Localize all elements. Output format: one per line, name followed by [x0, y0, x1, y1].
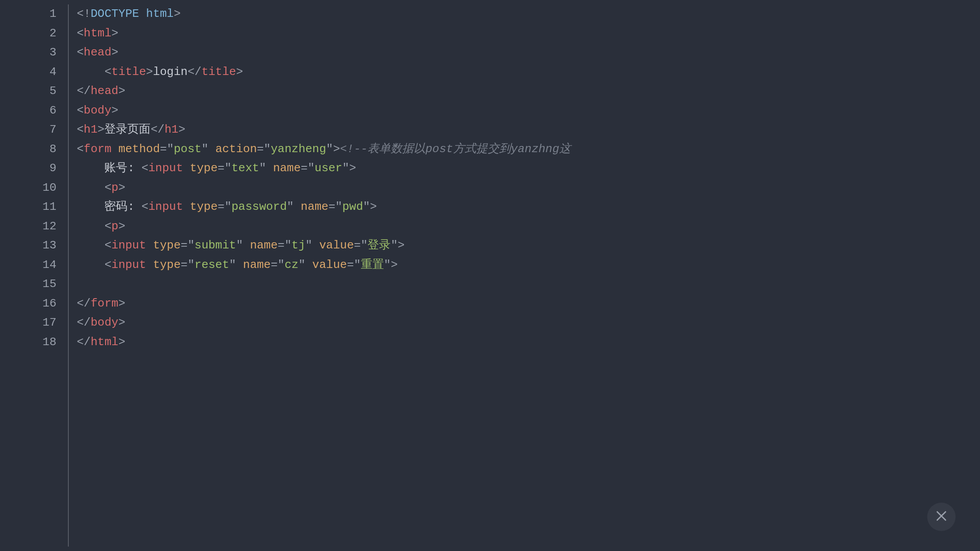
code-line[interactable]: <form method="post" action="yanzheng"><!… [77, 140, 980, 159]
token-punct: " [278, 258, 285, 272]
token-punct: " [287, 200, 294, 213]
token-punct: = [160, 142, 167, 156]
line-number: 9 [0, 159, 56, 178]
token-punct: </ [150, 123, 164, 136]
code-line[interactable]: </html> [77, 333, 980, 352]
line-number: 1 [0, 4, 56, 24]
close-button[interactable] [927, 503, 956, 531]
token-doctype: DOCTYPE html [91, 7, 174, 20]
token-punct: > [119, 220, 126, 233]
token-punct: " [188, 239, 195, 252]
code-line[interactable]: <html> [77, 24, 980, 43]
token-string: 登录 [368, 239, 391, 252]
token-attr: method [119, 142, 160, 156]
code-editor[interactable]: 123456789101112131415161718 <!DOCTYPE ht… [0, 0, 980, 551]
token-punct: = [181, 258, 188, 272]
token-punct: > [333, 142, 340, 156]
token-punct: " [264, 142, 271, 156]
token-punct: = [181, 239, 188, 252]
line-number: 6 [0, 101, 56, 121]
token-punct: < [77, 104, 84, 117]
token-punct: > [146, 65, 153, 79]
token-punct: = [278, 239, 285, 252]
token-attr: type [190, 200, 217, 213]
token-punct: = [347, 258, 354, 272]
token-string: yanzheng [271, 142, 326, 156]
token-punct: " [225, 161, 232, 175]
token-punct: > [119, 316, 126, 329]
token-punct: " [188, 258, 195, 272]
token-text [77, 239, 104, 252]
token-text [77, 258, 104, 272]
code-area[interactable]: <!DOCTYPE html><html><head> <title>login… [69, 4, 980, 547]
line-number: 15 [0, 275, 56, 294]
code-line[interactable]: <input type="submit" name="tj" value="登录… [77, 236, 980, 256]
token-punct: > [178, 123, 186, 136]
line-number: 2 [0, 24, 56, 43]
code-line[interactable]: <p> [77, 217, 980, 236]
code-line[interactable]: </body> [77, 313, 980, 333]
token-punct: " [225, 200, 232, 213]
token-attr: name [301, 200, 328, 213]
token-string: cz [285, 258, 298, 272]
code-line[interactable]: <!DOCTYPE html> [77, 4, 980, 24]
token-attr: name [250, 239, 277, 252]
line-number: 4 [0, 63, 56, 82]
token-punct: < [104, 181, 111, 194]
token-text [294, 200, 301, 213]
code-line[interactable]: <h1>登录页面</h1> [77, 120, 980, 140]
token-tag: input [111, 258, 146, 272]
token-punct: = [257, 142, 264, 156]
token-text [77, 65, 104, 79]
code-line[interactable]: <p> [77, 178, 980, 198]
code-line[interactable] [77, 275, 980, 294]
token-punct: " [361, 239, 368, 252]
token-punct: " [298, 258, 305, 272]
token-punct: > [119, 84, 126, 98]
close-icon [935, 510, 948, 524]
token-punct: > [111, 46, 119, 59]
token-punct: " [326, 142, 333, 156]
line-number: 13 [0, 236, 56, 256]
code-line[interactable]: 账号: <input type="text" name="user"> [77, 159, 980, 178]
token-punct: " [342, 161, 349, 175]
token-punct: < [104, 258, 111, 272]
code-line[interactable]: <body> [77, 101, 980, 121]
code-line[interactable]: <head> [77, 43, 980, 63]
token-string: tj [292, 239, 305, 252]
token-tag: html [84, 27, 111, 40]
token-string: submit [194, 239, 236, 252]
token-string: user [315, 161, 342, 175]
token-punct: < [104, 239, 111, 252]
token-text: 登录页面 [104, 123, 150, 136]
code-line[interactable]: <title>login</title> [77, 63, 980, 82]
token-attr: type [153, 239, 181, 252]
token-text [236, 258, 243, 272]
token-punct: > [98, 123, 105, 136]
token-text [111, 142, 119, 156]
token-string: reset [194, 258, 229, 272]
line-number-gutter: 123456789101112131415161718 [0, 4, 69, 547]
token-punct: < [142, 200, 149, 213]
code-line[interactable]: 密码: <input type="password" name="pwd"> [77, 197, 980, 217]
token-tag: form [84, 142, 111, 156]
token-tag: input [148, 200, 183, 213]
token-tag: body [84, 104, 111, 117]
code-line[interactable]: </head> [77, 82, 980, 101]
code-line[interactable]: <input type="reset" name="cz" value="重置"… [77, 256, 980, 275]
token-text: 密码: [77, 200, 142, 213]
token-punct: > [236, 65, 243, 79]
token-comment: <!--表单数据以post方式提交到yanzhng这 [340, 142, 571, 156]
token-punct: " [354, 258, 361, 272]
token-punct: > [398, 239, 405, 252]
token-text [183, 200, 190, 213]
token-text [146, 239, 153, 252]
token-string: post [174, 142, 201, 156]
token-text: login [153, 65, 188, 79]
token-punct: " [308, 161, 315, 175]
code-line[interactable]: </form> [77, 294, 980, 314]
token-punct: </ [77, 335, 91, 349]
token-punct: > [119, 297, 126, 310]
token-text [312, 239, 320, 252]
token-punct: < [77, 46, 84, 59]
